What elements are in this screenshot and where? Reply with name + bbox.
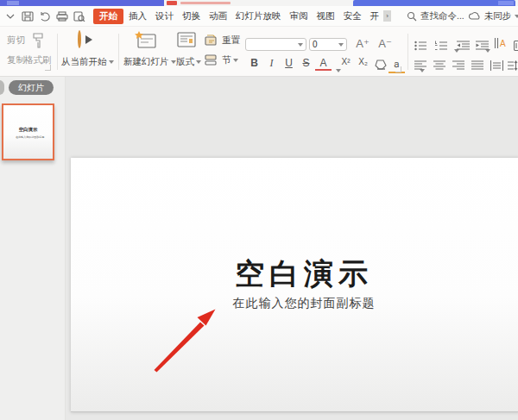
align-right-icon[interactable] [452,59,465,74]
clipboard-group-expander[interactable] [45,65,51,71]
dropdown-caret [109,60,114,66]
sync-status-label[interactable]: 未同步 [484,10,512,22]
slide-subtitle-placeholder[interactable]: 在此输入您的封面副标题 [131,296,477,311]
play-from-current-icon[interactable] [78,30,81,48]
font-size-combobox[interactable]: 0 [309,38,347,51]
slide-thumbnail-1[interactable]: 空白演示 在此输入您的封面副标题 [2,103,54,160]
increase-indent-icon[interactable] [476,39,490,54]
reset-button[interactable]: 重置 [222,34,240,47]
window-tab-strip [0,0,518,6]
superscript-button[interactable]: X² [338,57,354,66]
text-direction-letter: A [500,39,506,48]
new-slide-icon[interactable] [135,31,157,53]
tab-insert[interactable]: 插入 [125,9,150,24]
font-size-value: 0 [313,40,318,49]
distribute-text-icon[interactable] [490,59,503,74]
presentation-file-icon [167,1,177,5]
dropdown-caret [233,59,238,65]
find-command[interactable]: 查找命令... [407,10,464,22]
new-slide-button[interactable]: 新建幻灯片 [123,56,176,68]
undo-icon[interactable] [37,9,52,23]
ribbon-separator [118,34,119,70]
tab-home[interactable]: 开始 [93,9,123,24]
ribbon: 剪切 复制 格式刷 从当前开始 新建幻灯片 版式 重置 节 0 A⁺ A⁻ B … [0,26,518,77]
cut-button[interactable]: 剪切 [7,34,25,47]
ribbon-separator [57,34,58,70]
decrease-indent-icon[interactable] [457,39,471,54]
dropdown-caret [196,60,201,66]
wps-logo-icon [7,1,19,5]
section-button[interactable]: 节 [222,54,238,66]
tab-design[interactable]: 设计 [152,9,177,24]
shrink-font-button[interactable]: A⁻ [375,37,395,50]
columns-icon-cut[interactable] [514,39,518,54]
strikethrough-button[interactable]: S [298,57,314,69]
align-left-icon[interactable] [414,59,427,74]
cloud-sync-icon[interactable] [467,9,482,23]
find-command-label: 查找命令... [420,10,464,22]
tab-transition[interactable]: 切换 [179,9,204,24]
layout-button[interactable]: 版式 [176,56,201,68]
tab-developer-cut[interactable]: 开 [367,9,383,24]
tab-animation[interactable]: 动画 [205,9,231,24]
layout-icon[interactable] [177,32,196,53]
editing-canvas[interactable]: 空白演示 在此输入您的封面副标题 [66,77,518,420]
menu-tabs: 开始 插入 设计 切换 动画 幻灯片放映 审阅 视图 安全 开 [93,9,382,24]
more-tabs-chevron[interactable]: › [383,10,391,22]
signin-banner[interactable] [353,0,515,6]
bullet-list-icon[interactable] [414,39,427,54]
line-spacing-icon-cut[interactable] [508,59,518,74]
reset-icon[interactable] [205,34,218,49]
font-group-expander[interactable] [395,66,401,72]
thumbnail-title: 空白演示 [6,126,50,133]
slides-tab-pill[interactable]: 幻灯片 [9,80,54,95]
underline-button[interactable]: U [281,57,297,69]
bold-button[interactable]: B [246,57,262,69]
clear-format-icon[interactable] [373,58,387,73]
sync-caret-icon[interactable] [515,15,518,21]
tab-view[interactable]: 视图 [313,9,338,24]
dropdown-caret [338,43,344,49]
font-color-caret-icon[interactable] [336,69,341,75]
text-direction-icon[interactable]: A [494,37,508,53]
italic-button[interactable]: I [263,57,280,70]
menu-bar: 开始 插入 设计 切换 动画 幻灯片放映 审阅 视图 安全 开 › 查找命令..… [0,6,518,26]
copy-button[interactable]: 复制 [7,54,25,66]
search-icon [407,11,417,22]
save-icon[interactable] [20,9,35,23]
thumbnail-subtitle: 在此输入您的封面副标题 [16,135,41,140]
grow-font-button[interactable]: A⁺ [352,37,373,50]
tab-slideshow[interactable]: 幻灯片放映 [232,9,285,24]
print-icon[interactable] [54,9,69,23]
numbered-list-icon[interactable] [435,39,448,54]
align-justify-icon[interactable] [471,59,484,74]
document-tab-title[interactable] [180,2,231,4]
collapse-ribbon-icon[interactable] [3,9,17,23]
outline-tab-cut[interactable] [0,80,4,95]
slide-title[interactable]: 空白演示 [131,254,477,294]
tab-security[interactable]: 安全 [340,9,365,24]
tab-review[interactable]: 审阅 [287,9,312,24]
font-name-combobox[interactable] [245,38,306,51]
play-from-current-button[interactable]: 从当前开始 [61,56,114,68]
dropdown-caret [171,60,176,66]
active-document-tab[interactable] [0,0,164,6]
format-painter-icon[interactable] [29,32,47,53]
align-center-icon[interactable] [433,59,446,74]
subscript-button[interactable]: X₂ [355,57,371,66]
section-icon[interactable] [205,53,218,69]
menubar-right-cluster: 未同步 分享 批注 [464,9,518,23]
ribbon-separator [407,34,408,70]
dropdown-caret [298,43,303,49]
slide-editing-area[interactable]: 空白演示 在此输入您的封面副标题 [71,158,518,412]
banner-button [498,1,514,5]
font-color-button[interactable]: A [315,57,332,71]
slide-panel: 幻灯片 空白演示 在此输入您的封面副标题 [0,77,66,420]
print-preview-icon[interactable] [72,9,86,23]
